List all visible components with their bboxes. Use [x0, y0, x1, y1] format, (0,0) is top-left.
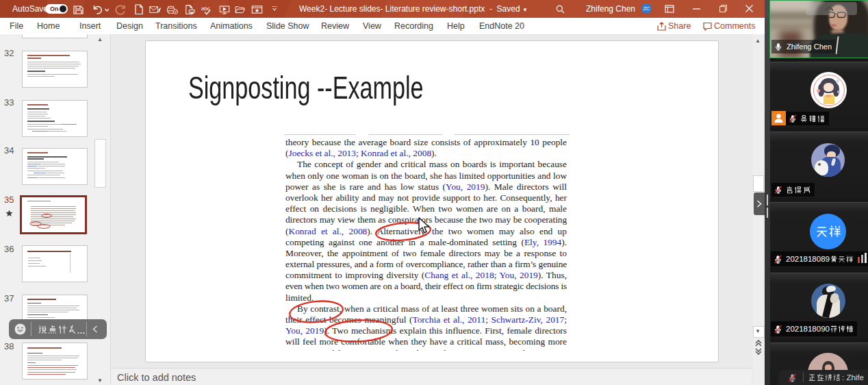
svg-text:abc: abc — [201, 5, 210, 12]
